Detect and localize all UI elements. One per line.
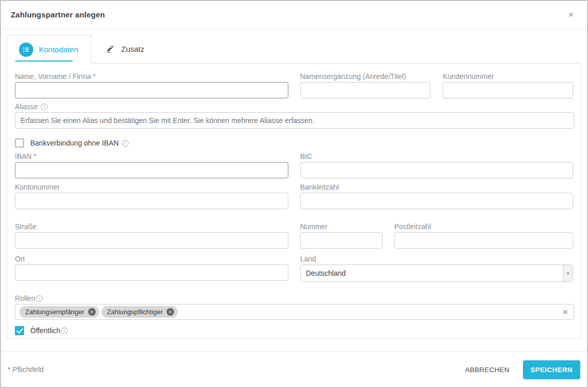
oeffentlich-checkbox[interactable]	[15, 326, 24, 335]
chip-zahlungsempfaenger: Zahlungsempfänger ✕	[19, 306, 99, 318]
land-select[interactable]: Deutschland ▼	[300, 264, 573, 282]
form-row: IBAN * BIC	[15, 152, 573, 178]
aliasse-label: Aliasse	[15, 103, 38, 111]
form-panel: Name, Vorname / Firma * Namensergänzung …	[7, 63, 581, 339]
aliasse-input[interactable]	[15, 112, 574, 129]
rollen-input[interactable]: Zahlungsempfänger ✕ Zahlungspflichtiger …	[15, 304, 574, 320]
dialog-title: Zahlungspartner anlegen	[11, 10, 105, 19]
pencil-icon	[106, 44, 115, 53]
kundennummer-input[interactable]	[443, 82, 573, 98]
tab-zusatz-label: Zusatz	[121, 45, 144, 53]
form-row: Ort Land Deutschland ▼	[15, 255, 573, 282]
bankverbindung-ohne-iban-label: Bankverbindung ohne IBAN	[30, 139, 119, 147]
namensergaenzung-input[interactable]	[300, 82, 431, 98]
chip-label: Zahlungsempfänger	[25, 308, 85, 316]
clear-icon[interactable]: ✕	[562, 308, 569, 317]
close-icon[interactable]: ✕	[565, 9, 577, 21]
postleitzahl-input[interactable]	[394, 232, 573, 249]
nummer-label: Nummer	[300, 222, 383, 231]
chip-label: Zahlungspflichtiger	[107, 308, 163, 316]
tab-bar: Kontodaten Zusatz	[1, 29, 587, 63]
dialog-header: Zahlungspartner anlegen ✕	[1, 1, 587, 29]
info-icon[interactable]: i	[122, 140, 129, 147]
oeffentlich-row: Öffentlich i	[15, 326, 573, 335]
kontonummer-label: Kontonummer	[15, 183, 288, 191]
ort-input[interactable]	[15, 264, 288, 281]
bankleitzahl-input[interactable]	[300, 193, 573, 209]
form-row: Name, Vorname / Firma * Namensergänzung …	[15, 72, 573, 98]
oeffentlich-label: Öffentlich	[30, 326, 60, 335]
postleitzahl-label: Postleitzahl	[394, 222, 573, 231]
info-icon[interactable]: i	[36, 295, 43, 302]
form-row: Kontonummer Bankleitzahl	[15, 183, 573, 209]
strasse-input[interactable]	[15, 232, 288, 249]
save-button[interactable]: SPEICHERN	[523, 360, 580, 379]
kontonummer-input[interactable]	[15, 193, 288, 209]
land-label: Land	[300, 255, 573, 263]
bic-label: BIC	[300, 152, 573, 160]
tab-kontodaten[interactable]: Kontodaten	[7, 35, 91, 64]
info-icon[interactable]: i	[41, 104, 48, 110]
tab-kontodaten-label: Kontodaten	[39, 45, 78, 54]
iban-label: IBAN *	[15, 152, 288, 160]
rollen-label: Rollen	[15, 294, 35, 302]
nummer-input[interactable]	[300, 232, 383, 249]
active-tab-indicator	[15, 60, 73, 62]
form-row: Aliasse i	[15, 103, 574, 129]
land-selected-value: Deutschland	[301, 269, 563, 277]
dialog-footer: * Pflichtfeld ABBRECHEN SPEICHERN	[1, 351, 587, 387]
info-icon[interactable]: i	[61, 328, 68, 334]
required-field-hint: * Pflichtfeld	[8, 365, 44, 374]
cancel-button[interactable]: ABBRECHEN	[459, 361, 516, 379]
list-icon	[19, 43, 33, 57]
name-input[interactable]	[15, 82, 288, 98]
iban-input[interactable]	[15, 162, 288, 178]
tab-zusatz[interactable]: Zusatz	[91, 34, 160, 63]
create-payment-partner-dialog: Zahlungspartner anlegen ✕ Kontodaten	[0, 0, 588, 388]
bankverbindung-ohne-iban-row: Bankverbindung ohne IBAN i	[15, 138, 573, 148]
kundennummer-label: Kundennummer	[443, 72, 573, 80]
strasse-label: Straße	[15, 222, 288, 231]
form-row: Straße Nummer Postleitzahl	[15, 222, 573, 249]
ort-label: Ort	[15, 255, 288, 263]
name-label: Name, Vorname / Firma *	[15, 72, 288, 80]
bankverbindung-ohne-iban-checkbox[interactable]	[15, 138, 24, 148]
bic-input[interactable]	[300, 162, 573, 178]
chip-remove-icon[interactable]: ✕	[166, 308, 174, 316]
namensergaenzung-label: Namensergänzung (Anrede/Titel)	[300, 72, 431, 80]
rollen-field: Rollen i Zahlungsempfänger ✕ Zahlungspfl…	[15, 294, 573, 320]
chip-zahlungspflichtiger: Zahlungspflichtiger ✕	[101, 306, 178, 318]
dropdown-arrow-icon[interactable]: ▼	[563, 265, 573, 281]
chip-remove-icon[interactable]: ✕	[88, 308, 96, 316]
bankleitzahl-label: Bankleitzahl	[300, 183, 573, 191]
